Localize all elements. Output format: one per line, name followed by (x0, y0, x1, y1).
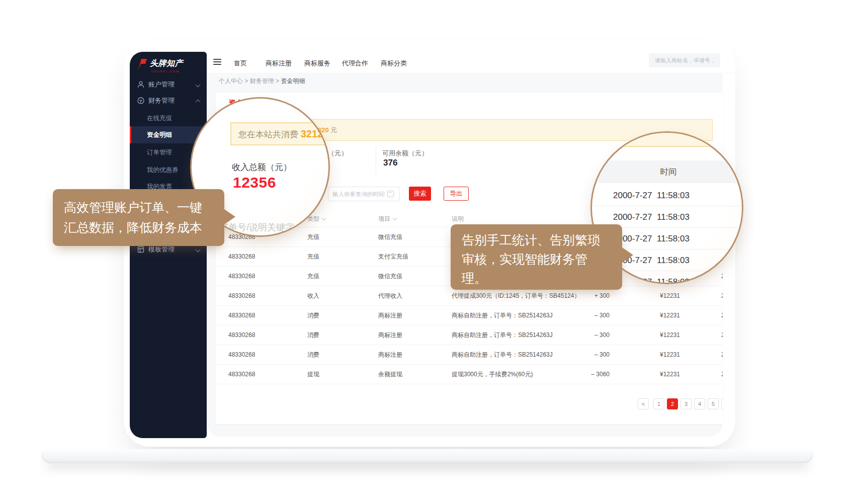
table-row: 48330268 消费 商标注册 商标自助注册，订单号：SB2514263J –… (216, 345, 723, 365)
callout-left-line: 汇总数据，降低财务成本 (64, 217, 224, 237)
cell-time: 2000-7-27 11:58:03 (721, 325, 723, 345)
pagination-page-5[interactable]: 5 (708, 398, 719, 409)
cell-type: 消费 (307, 325, 319, 345)
cell-type: 充值 (307, 227, 319, 247)
cell-type: 充值 (307, 267, 319, 286)
pagination-page-3[interactable]: 3 (680, 398, 692, 409)
active-indicator (130, 126, 131, 143)
callout-arrow-right-icon (622, 247, 633, 263)
available-balance-value: 376 (383, 158, 397, 168)
breadcrumb-fund-details: 资金明细 (281, 77, 305, 85)
breadcrumb-separator: > (244, 77, 248, 85)
cell-order-no: 48330268 (228, 267, 255, 286)
breadcrumb-personal-center[interactable]: 个人中心 (219, 77, 243, 85)
header-search-input[interactable] (649, 53, 720, 67)
cell-desc: 商标自助注册，订单号：SB2514263J (452, 325, 553, 345)
cell-order-no: 48330268 (228, 345, 255, 365)
callout-left: 高效管理账户订单、一键 汇总数据，降低财务成本 (53, 189, 224, 246)
callout-right-line: 理。 (462, 269, 622, 288)
sort-caret-icon (322, 216, 326, 220)
callout-right-line: 审核，实现智能财务管 (462, 249, 622, 269)
table-row: 48330268 提现 余额提现 提现3000元，手续费2%(60元) – 30… (216, 364, 723, 384)
breadcrumb-finance[interactable]: 财务管理 (250, 77, 274, 85)
nav-item-trademark-category[interactable]: 商标分类 (381, 59, 407, 68)
cell-balance: ¥12231 (660, 345, 680, 365)
nav-item-home[interactable]: 首页 (234, 59, 247, 68)
cell-amount: – 300 (543, 325, 610, 345)
lens-banner-text: 您在本站共消费 32124 (238, 123, 328, 145)
callout-right: 告别手工统计、告别繁琐 审核，实现智能财务管 理。 (451, 224, 622, 290)
available-balance-label: 可用余额（元） (382, 149, 428, 158)
cell-amount: – 300 (543, 345, 610, 365)
cell-order-no: 48330268 (228, 325, 255, 345)
brand-logo-subtitle: TOUPAI.COM (151, 70, 180, 73)
header-project[interactable]: 项目 (378, 211, 396, 226)
cell-project: 代理收入 (378, 286, 402, 306)
cell-project: 余额提现 (378, 365, 402, 384)
cell-order-no: 48330268 (228, 247, 255, 267)
cell-order-no: 48330268 (228, 365, 255, 384)
cell-project: 商标注册 (378, 345, 402, 365)
cell-order-no: 48330268 (228, 286, 255, 306)
chevron-down-icon (196, 247, 201, 253)
user-icon (137, 80, 145, 89)
sidebar-item-online-recharge[interactable]: 在线充值 (130, 110, 207, 127)
table-bottom-line (216, 384, 723, 384)
callout-arrow-right-icon (224, 209, 235, 224)
lens-income-label: 收入总额（元） (232, 161, 292, 173)
nav-item-trademark-service[interactable]: 商标服务 (304, 59, 330, 68)
stats-divider (376, 147, 376, 174)
date-filter-wrap (328, 187, 400, 201)
cell-type: 提现 (307, 365, 319, 384)
breadcrumb-separator: > (276, 77, 279, 85)
callout-right-line: 告别手工统计、告别繁琐 (462, 230, 622, 249)
sidebar-item-account[interactable]: 账户管理 (130, 76, 207, 93)
lens-banner: 您在本站共消费 32124 (230, 122, 330, 145)
marketing-screenshot: 首页 商标注册 商标服务 代理合作 商标分类 头牌知产 TOUPAI.COM 账… (0, 0, 853, 504)
template-icon (137, 245, 145, 254)
brand-logo-title: 头牌知产 (150, 58, 183, 69)
pagination-page-2-active[interactable]: 2 (667, 398, 678, 409)
pagination-page-4[interactable]: 4 (694, 398, 705, 409)
cell-desc: 商标自助注册，订单号：SB2514263J (452, 345, 553, 365)
cell-time: 2000-7-27 11:58:03 (721, 267, 723, 286)
search-button[interactable]: 搜索 (409, 187, 431, 201)
cell-type: 充值 (307, 247, 319, 267)
cell-amount: – 300 (543, 306, 610, 325)
export-button[interactable]: 导出 (444, 187, 469, 201)
chevron-up-icon (196, 100, 201, 105)
cell-project: 商标注册 (378, 306, 402, 325)
sort-caret-icon (393, 216, 397, 220)
menu-hamburger-icon[interactable] (213, 59, 221, 66)
brand-logo-icon (137, 58, 148, 71)
cell-desc: 商标自助注册，订单号：SB2514263J (452, 306, 553, 325)
cell-project: 支付宝充值 (378, 247, 408, 267)
cell-type: 消费 (307, 345, 319, 365)
cell-time: 2000-7-27 11:58:03 (721, 345, 723, 365)
cell-balance: ¥12231 (660, 306, 680, 325)
nav-item-trademark-register[interactable]: 商标注册 (266, 59, 292, 68)
nav-item-agent-cooperation[interactable]: 代理合作 (342, 59, 368, 68)
cell-project: 微信充值 (378, 227, 402, 247)
table-row: 48330268 消费 商标注册 商标自助注册，订单号：SB2514263J –… (216, 305, 723, 325)
pagination-page-clipped[interactable] (721, 398, 723, 409)
lens-time-header: 时间 (592, 160, 743, 183)
breadcrumb: 个人中心 > 财务管理 > 资金明细 (219, 77, 305, 86)
laptop-base (41, 449, 813, 463)
sidebar-item-finance[interactable]: 财务管理 (130, 92, 207, 109)
cell-time: 2000-7-27 11:58:03 (721, 365, 723, 384)
finance-icon (137, 97, 145, 105)
cell-amount: – 3060 (543, 365, 610, 384)
lens-time-cell: 2000-7-27 11:58:03 (592, 185, 743, 206)
calendar-icon[interactable] (387, 191, 394, 197)
cell-type: 消费 (307, 306, 319, 325)
cell-balance: ¥12231 (660, 325, 680, 345)
chevron-down-icon (196, 82, 201, 88)
cell-balance: ¥12231 (660, 286, 680, 306)
lens-income-value: 12356 (233, 174, 276, 191)
cell-desc: 提现3000元，手续费2%(60元) (452, 365, 533, 384)
cell-time: 2000-7-27 11:58:03 (721, 306, 723, 325)
table-row: 48330268 消费 商标注册 商标自助注册，订单号：SB2514263J –… (216, 325, 723, 345)
pagination-page-1[interactable]: 1 (653, 398, 664, 409)
pagination-prev-button[interactable]: < (638, 398, 649, 409)
